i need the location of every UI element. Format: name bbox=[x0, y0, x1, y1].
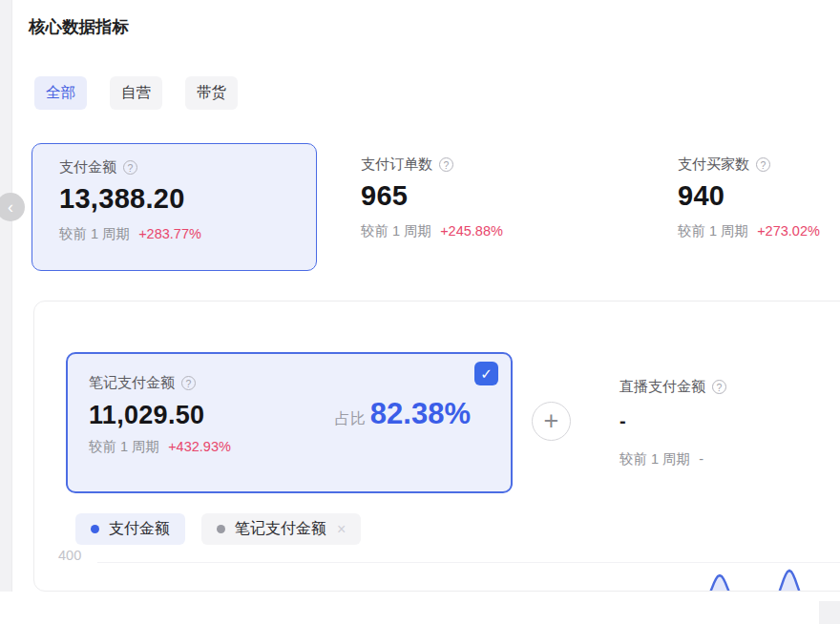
subcard-note-payment[interactable]: ✓ 笔记支付金额 ? 11,029.50 占比 82.38% 较前 1 周期+4… bbox=[66, 352, 513, 493]
help-icon[interactable]: ? bbox=[181, 376, 196, 390]
ratio-group: 占比 82.38% bbox=[335, 397, 471, 431]
metric-label-row: 支付订单数 ? bbox=[361, 156, 599, 174]
metric-value: 13,388.20 bbox=[59, 183, 316, 215]
metric-label: 支付买家数 bbox=[678, 156, 749, 174]
checked-checkbox[interactable]: ✓ bbox=[474, 362, 498, 385]
subcard-value: 11,029.50 bbox=[89, 401, 204, 430]
legend-dot-icon bbox=[91, 525, 99, 533]
help-icon[interactable]: ? bbox=[439, 157, 453, 172]
subcard-change-row: 较前 1 周期+432.93% bbox=[89, 438, 511, 456]
legend-dot-icon bbox=[217, 525, 225, 533]
subcard-label: 笔记支付金额 bbox=[89, 374, 175, 392]
tab-all[interactable]: 全部 bbox=[34, 76, 87, 110]
metric-change-row: 较前 1 周期+283.77% bbox=[59, 225, 316, 243]
tab-affiliate[interactable]: 带货 bbox=[185, 76, 238, 110]
legend-pill-note-payment[interactable]: 笔记支付金额 × bbox=[201, 513, 361, 545]
subcard-value: - bbox=[620, 410, 840, 432]
add-metric-button[interactable]: + bbox=[532, 402, 571, 441]
change-value: +432.93% bbox=[168, 439, 231, 454]
chart-legend: 支付金额 笔记支付金额 × bbox=[75, 513, 361, 545]
compare-label: 较前 1 周期 bbox=[89, 439, 159, 454]
metric-label-row: 支付买家数 ? bbox=[678, 156, 840, 174]
change-value: +245.88% bbox=[440, 223, 503, 239]
compare-label: 较前 1 周期 bbox=[361, 223, 431, 239]
subcard-change-row: 较前 1 周期- bbox=[620, 450, 840, 468]
legend-label: 笔记支付金额 bbox=[235, 519, 326, 539]
metric-value: 965 bbox=[361, 180, 599, 212]
compare-label: 较前 1 周期 bbox=[678, 223, 748, 239]
ratio-value: 82.38% bbox=[370, 397, 471, 431]
legend-pill-payment-amount[interactable]: 支付金额 bbox=[75, 513, 185, 545]
gridline-400 bbox=[97, 562, 840, 563]
page-corner-fragment bbox=[819, 601, 840, 624]
metric-change-row: 较前 1 周期+273.02% bbox=[678, 222, 840, 240]
scroll-left-button[interactable]: ‹ bbox=[0, 193, 25, 221]
close-icon[interactable]: × bbox=[337, 521, 346, 538]
breakdown-panel: ✓ 笔记支付金额 ? 11,029.50 占比 82.38% 较前 1 周期+4… bbox=[33, 301, 840, 592]
check-icon: ✓ bbox=[480, 365, 493, 383]
compare-label: 较前 1 周期 bbox=[620, 451, 690, 467]
metric-scope-tabs: 全部 自营 带货 bbox=[34, 76, 238, 110]
plus-icon: + bbox=[544, 408, 559, 434]
subcard-label-row: 直播支付金额 ? bbox=[620, 378, 840, 396]
metric-label: 支付订单数 bbox=[361, 156, 432, 174]
metric-card-paid-buyers[interactable]: 支付买家数 ? 940 较前 1 周期+273.02% bbox=[678, 156, 840, 240]
metric-card-paid-orders[interactable]: 支付订单数 ? 965 较前 1 周期+245.88% bbox=[361, 156, 599, 240]
chevron-left-icon: ‹ bbox=[8, 198, 13, 216]
subcard-label: 直播支付金额 bbox=[620, 378, 705, 396]
metric-label-row: 支付金额 ? bbox=[59, 158, 316, 177]
change-value: - bbox=[699, 451, 704, 467]
metric-change-row: 较前 1 周期+245.88% bbox=[361, 222, 599, 240]
left-gutter bbox=[0, 0, 12, 592]
change-value: +273.02% bbox=[757, 223, 820, 239]
y-axis-tick-400: 400 bbox=[58, 548, 81, 563]
compare-label: 较前 1 周期 bbox=[59, 226, 130, 241]
tab-self-operated[interactable]: 自营 bbox=[110, 76, 162, 110]
help-icon[interactable]: ? bbox=[712, 380, 726, 394]
subcard-value-row: 11,029.50 占比 82.38% bbox=[89, 397, 471, 431]
ratio-label: 占比 bbox=[335, 409, 366, 429]
metric-value: 940 bbox=[678, 180, 840, 212]
legend-label: 支付金额 bbox=[109, 519, 170, 539]
subcard-label-row: 笔记支付金额 ? bbox=[89, 374, 511, 392]
help-icon[interactable]: ? bbox=[756, 157, 770, 172]
change-value: +283.77% bbox=[138, 226, 201, 241]
metric-label: 支付金额 bbox=[59, 158, 116, 177]
metric-card-payment-amount[interactable]: 支付金额 ? 13,388.20 较前 1 周期+283.77% bbox=[32, 143, 317, 271]
help-icon[interactable]: ? bbox=[123, 160, 137, 175]
subcard-live-payment[interactable]: 直播支付金额 ? - 较前 1 周期- bbox=[620, 378, 840, 468]
page-title: 核心数据指标 bbox=[29, 15, 129, 38]
